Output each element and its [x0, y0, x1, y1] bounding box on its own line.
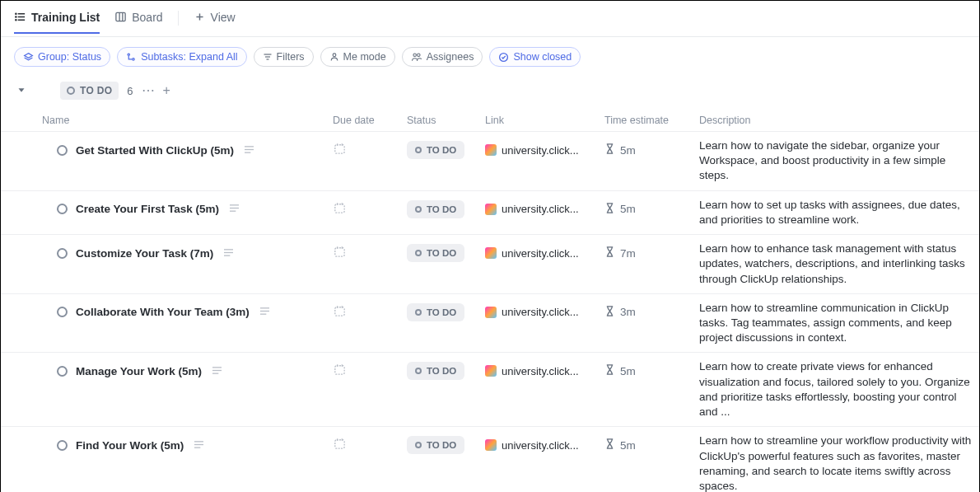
status-badge[interactable]: TO DO: [407, 141, 464, 159]
link-cell[interactable]: university.click...: [478, 132, 598, 168]
link-cell[interactable]: university.click...: [478, 427, 598, 463]
task-name-cell[interactable]: Find Your Work (5m): [1, 427, 326, 463]
subtasks-pill[interactable]: Subtasks: Expand All: [117, 47, 246, 67]
collapse-caret-icon[interactable]: [16, 84, 29, 97]
status-cell[interactable]: TO DO: [400, 235, 478, 271]
task-row[interactable]: Customize Your Task (7m)TO DOuniversity.…: [1, 234, 979, 293]
me-mode-pill[interactable]: Me mode: [320, 47, 395, 67]
description-cell[interactable]: Learn how to set up tasks with assignees…: [693, 191, 979, 234]
pill-label: Group: Status: [38, 51, 101, 63]
group-status-chip[interactable]: TO DO: [60, 82, 119, 100]
link[interactable]: university.click...: [485, 365, 579, 377]
status-cell[interactable]: TO DO: [400, 191, 478, 227]
status-cell[interactable]: TO DO: [400, 132, 478, 168]
description-text: Learn how to streamline communication in…: [699, 301, 973, 346]
due-date-cell[interactable]: [326, 191, 400, 227]
status-circle-icon[interactable]: [57, 307, 68, 317]
link[interactable]: university.click...: [485, 306, 579, 318]
status-cell[interactable]: TO DO: [400, 353, 478, 389]
col-link[interactable]: Link: [478, 110, 598, 131]
description-cell[interactable]: Learn how to streamline your workflow pr…: [693, 427, 979, 492]
time-estimate-cell[interactable]: 5m: [598, 132, 693, 168]
add-task-icon[interactable]: +: [163, 84, 170, 97]
status-badge[interactable]: TO DO: [407, 200, 464, 218]
task-row[interactable]: Find Your Work (5m)TO DOuniversity.click…: [1, 426, 979, 492]
estimate-text: 5m: [620, 365, 636, 377]
description-icon[interactable]: [223, 247, 234, 260]
description-text: Learn how to streamline your workflow pr…: [699, 433, 973, 492]
status-circle-icon[interactable]: [57, 440, 68, 451]
time-estimate-cell[interactable]: 5m: [598, 427, 693, 463]
col-time-estimate[interactable]: Time estimate: [598, 110, 693, 131]
description-cell[interactable]: Learn how to streamline communication in…: [693, 294, 979, 353]
filters-pill[interactable]: Filters: [254, 47, 314, 67]
group-pill[interactable]: Group: Status: [14, 47, 110, 67]
show-closed-pill[interactable]: Show closed: [489, 47, 581, 67]
due-date-cell[interactable]: [326, 132, 400, 168]
description-text: Learn how to enhance task management wit…: [699, 241, 973, 287]
status-badge[interactable]: TO DO: [407, 303, 464, 321]
hourglass-icon: [604, 246, 615, 260]
tab-training-list[interactable]: Training List: [14, 11, 100, 34]
status-circle-icon[interactable]: [57, 366, 68, 377]
description-cell[interactable]: Learn how to enhance task management wit…: [693, 235, 979, 293]
due-date-cell[interactable]: [326, 353, 400, 389]
description-icon[interactable]: [212, 365, 222, 377]
svg-rect-49: [335, 366, 344, 374]
more-icon[interactable]: ⋯: [142, 84, 155, 97]
description-icon[interactable]: [229, 203, 240, 215]
task-row[interactable]: Create Your First Task (5m)TO DOuniversi…: [1, 190, 979, 234]
description-cell[interactable]: Learn how to create private views for en…: [693, 353, 979, 426]
task-name-cell[interactable]: Customize Your Task (7m): [1, 235, 326, 271]
task-row[interactable]: Collaborate With Your Team (3m)TO DOuniv…: [1, 293, 979, 353]
description-icon[interactable]: [194, 439, 204, 452]
tab-add-view[interactable]: View: [194, 11, 236, 34]
status-text: TO DO: [427, 204, 456, 214]
svg-marker-21: [19, 88, 25, 91]
task-name-cell[interactable]: Collaborate With Your Team (3m): [1, 294, 326, 330]
task-name-cell[interactable]: Create Your First Task (5m): [1, 191, 326, 227]
link-cell[interactable]: university.click...: [478, 294, 598, 330]
due-date-cell[interactable]: [326, 427, 400, 463]
status-circle-icon[interactable]: [57, 248, 68, 259]
link-text: university.click...: [502, 203, 579, 215]
svg-rect-6: [116, 12, 125, 21]
col-status[interactable]: Status: [400, 110, 478, 131]
status-circle-icon[interactable]: [57, 145, 68, 156]
link-cell[interactable]: university.click...: [478, 235, 598, 271]
due-date-cell[interactable]: [326, 294, 400, 330]
time-estimate: 7m: [604, 246, 636, 260]
link[interactable]: university.click...: [485, 144, 579, 157]
due-date-cell[interactable]: [326, 235, 400, 271]
link-cell[interactable]: university.click...: [478, 353, 598, 389]
status-badge[interactable]: TO DO: [407, 244, 464, 262]
layers-icon: [23, 52, 34, 63]
link-cell[interactable]: university.click...: [478, 191, 598, 227]
status-badge[interactable]: TO DO: [407, 436, 464, 454]
pill-label: Subtasks: Expand All: [141, 51, 237, 63]
task-name-cell[interactable]: Manage Your Work (5m): [1, 353, 326, 389]
link[interactable]: university.click...: [485, 203, 579, 215]
link[interactable]: university.click...: [485, 247, 579, 260]
person-icon: [329, 52, 339, 62]
description-icon[interactable]: [244, 144, 254, 157]
time-estimate-cell[interactable]: 3m: [598, 294, 693, 330]
status-cell[interactable]: TO DO: [400, 294, 478, 330]
status-circle-icon[interactable]: [57, 204, 68, 214]
col-name[interactable]: Name: [1, 110, 326, 131]
status-cell[interactable]: TO DO: [400, 427, 478, 463]
link[interactable]: university.click...: [485, 439, 579, 452]
tab-board[interactable]: Board: [114, 11, 162, 34]
time-estimate-cell[interactable]: 5m: [598, 191, 693, 227]
time-estimate-cell[interactable]: 5m: [598, 353, 693, 389]
description-cell[interactable]: Learn how to navigate the sidebar, organ…: [693, 132, 979, 190]
task-name-cell[interactable]: Get Started With ClickUp (5m): [1, 132, 326, 168]
time-estimate-cell[interactable]: 7m: [598, 235, 693, 271]
task-row[interactable]: Get Started With ClickUp (5m)TO DOuniver…: [1, 131, 979, 190]
col-due-date[interactable]: Due date: [326, 110, 400, 131]
status-badge[interactable]: TO DO: [407, 362, 464, 380]
col-description[interactable]: Description: [693, 110, 979, 131]
description-icon[interactable]: [259, 306, 270, 318]
assignees-pill[interactable]: Assignees: [402, 47, 483, 67]
task-row[interactable]: Manage Your Work (5m)TO DOuniversity.cli…: [1, 352, 979, 426]
